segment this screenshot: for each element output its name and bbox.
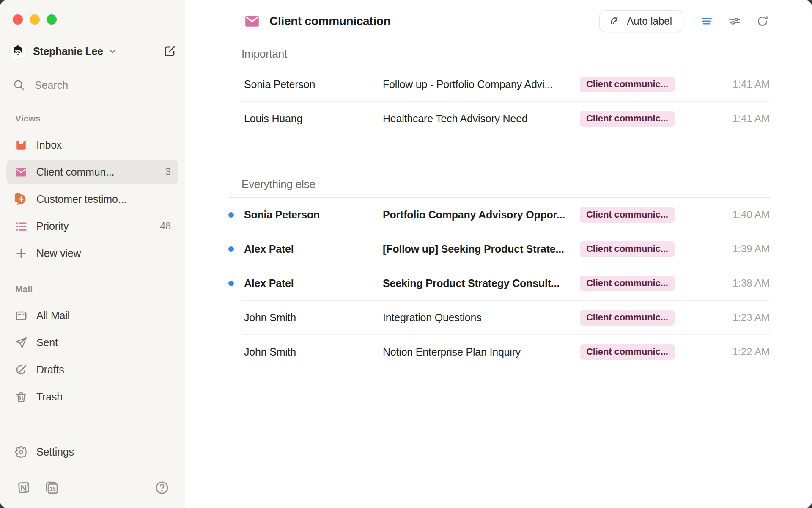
display-settings-icon[interactable] [728,15,741,28]
mail-row[interactable]: John SmithNotion Enterprise Plan Inquiry… [228,335,770,369]
svg-text:15: 15 [50,486,56,492]
sidebar-item-label: Settings [36,446,74,458]
compose-button[interactable] [161,42,178,60]
all-mail-icon [15,309,27,322]
drafts-icon [15,364,27,376]
main-panel: Client communication Auto label [185,0,812,508]
label-badge: Client communic... [580,241,675,257]
mail-row[interactable]: Alex Patel[Follow up] Seeking Product St… [228,232,770,266]
label-badge: Client communic... [580,207,675,223]
close-button[interactable] [13,14,23,25]
sidebar-item-client-commun[interactable]: Client commun...3 [6,160,178,184]
mail-sender: Alex Patel [244,243,383,255]
account-name: Stephanie Lee [33,45,103,58]
sidebar-item-label: All Mail [36,309,70,322]
search-icon [13,79,25,91]
sidebar-item-priority[interactable]: Priority48 [6,214,178,238]
mail-section-title: Important [241,47,770,61]
unread-dot-slot [228,212,244,218]
sidebar-item-settings[interactable]: Settings [6,440,178,464]
auto-label-wand-icon [608,15,621,28]
label-badge: Client communic... [580,310,675,326]
search-input[interactable]: Search [9,75,178,95]
label-badge: Client communic... [580,77,675,92]
mail-time: 1:41 AM [675,113,770,124]
account-row: Stephanie Lee [9,41,178,61]
plus-icon [15,247,27,260]
sidebar-item-customer-testimo[interactable]: Customer testimo... [6,187,178,211]
page-title: Client communication [269,14,390,28]
mail-icon [15,166,27,179]
mail-subject: Integration Questions [383,312,580,324]
sidebar-item-label: Client commun... [36,166,114,178]
minimize-button[interactable] [30,14,40,25]
gear-icon [15,446,27,458]
search-placeholder: Search [35,79,68,91]
mail-subject: Seeking Product Strategy Consult... [383,277,580,290]
label-badge: Client communic... [580,276,675,291]
mail-section-important: ImportantSonia PetersonFollow up - Portf… [228,47,770,135]
sidebar-item-sent[interactable]: Sent [6,331,178,355]
notion-logo-icon[interactable] [16,480,32,496]
trash-icon [15,391,27,403]
mail-time: 1:41 AM [675,78,770,90]
mail-sender: John Smith [244,346,383,358]
mail-time: 1:38 AM [675,277,770,289]
mail-row[interactable]: Sonia PetersonPortfolio Company Advisory… [228,198,770,232]
sidebar-item-trash[interactable]: Trash [6,385,178,409]
sidebar-footer: 15 [16,478,170,497]
unread-dot [228,212,234,218]
unread-count: 3 [165,166,171,178]
mail-section-title: Everything else [241,178,770,191]
sidebar-item-label: New view [36,247,81,260]
mail-sender: Sonia Peterson [244,209,383,221]
mail-row[interactable]: Louis HuangHealthcare Tech Advisory Need… [228,102,770,135]
mail-sender: John Smith [244,312,383,324]
sidebar-item-label: Sent [36,337,58,349]
refresh-icon[interactable] [756,15,769,28]
view-mail-icon [244,13,260,29]
filter-icon[interactable] [700,15,713,28]
calendar-icon[interactable]: 15 [44,480,60,496]
account-switcher[interactable]: Stephanie Lee [33,45,118,58]
mail-time: 1:40 AM [675,209,770,221]
unread-dot [228,246,234,252]
chevron-down-icon [107,46,118,56]
sent-icon [15,337,27,349]
window-controls [13,14,185,25]
mail-subject: Follow up - Portfolio Company Advi... [383,78,580,91]
avatar [9,43,26,60]
sidebar-item-label: Customer testimo... [36,193,126,205]
sidebar-item-all-mail[interactable]: All Mail [6,304,178,328]
help-icon[interactable] [154,480,170,496]
sidebar-item-label: Priority [36,220,69,232]
mail-subject: [Follow up] Seeking Product Strate... [383,243,580,255]
mail-list: ImportantSonia PetersonFollow up - Portf… [185,42,812,369]
unread-dot-slot [228,246,244,252]
mail-subject: Portfolio Company Advisory Oppor... [383,209,580,221]
sidebar: Stephanie Lee Search ViewsInboxClient co [0,0,185,508]
mail-row[interactable]: John SmithIntegration QuestionsClient co… [228,301,770,334]
mail-row[interactable]: Alex PatelSeeking Product Strategy Consu… [228,266,770,300]
inbox-icon [15,139,27,152]
mail-row[interactable]: Sonia PetersonFollow up - Portfolio Comp… [228,67,770,101]
unread-dot-slot [228,281,244,286]
unread-count: 48 [160,221,171,232]
section-label-mail: Mail [15,284,185,294]
sidebar-item-inbox[interactable]: Inbox [6,133,178,157]
app-window: Stephanie Lee Search ViewsInboxClient co [0,0,812,508]
sidebar-item-new-view[interactable]: New view [6,241,178,265]
sidebar-item-drafts[interactable]: Drafts [6,358,178,382]
sidebar-item-label: Trash [36,391,63,403]
sidebar-spacer [0,412,185,440]
mail-sender: Sonia Peterson [244,78,383,91]
maximize-button[interactable] [47,14,57,25]
mail-sender: Louis Huang [244,113,383,125]
sidebar-item-label: Drafts [36,364,64,376]
label-badge: Client communic... [580,344,675,360]
auto-label-button[interactable]: Auto label [599,10,683,32]
label-badge: Client communic... [580,111,675,127]
testimonial-icon [15,193,27,206]
mail-subject: Notion Enterprise Plan Inquiry [383,346,580,358]
auto-label-label: Auto label [627,15,672,27]
